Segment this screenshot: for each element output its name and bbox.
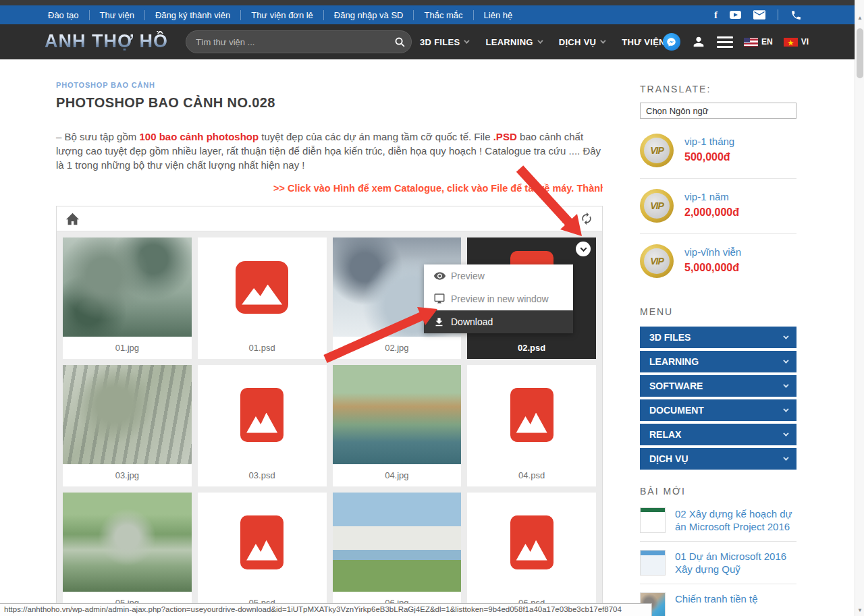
scrollbar-thumb[interactable] (857, 28, 863, 78)
topbar-item-lien-he[interactable]: Liên hệ (473, 10, 523, 20)
topbar-item-dang-ky[interactable]: Đăng ký thành viên (144, 10, 240, 20)
post-title[interactable]: 01 Dự án Microsoft 2016 Xây dựng Quỹ (675, 550, 796, 576)
file-thumbnail[interactable] (198, 493, 327, 592)
topbar-item-thu-vien[interactable]: Thư viện (89, 10, 144, 20)
search-input[interactable] (186, 37, 388, 47)
window-top-strip (0, 0, 864, 5)
scroll-down-arrow[interactable]: ▼ (855, 607, 864, 613)
nav-item-learning[interactable]: LEARNING (485, 37, 541, 47)
vertical-scrollbar[interactable]: ▲ ▼ (855, 0, 864, 616)
file-thumbnail[interactable] (467, 365, 596, 464)
nav-item-label: 3D FILES (420, 37, 460, 47)
file-name: 02.jpg (333, 337, 462, 359)
us-flag-icon (744, 38, 758, 47)
sidebar-item-software[interactable]: SOFTWARE (640, 375, 796, 397)
topbar-item-dao-tao[interactable]: Đào tạo (38, 10, 89, 20)
file-tile-06-psd[interactable]: 06.psd (467, 493, 596, 614)
nav-item-dich-vu[interactable]: DỊCH VỤ (559, 37, 605, 47)
post-item[interactable]: 01 Dự án Microsoft 2016 Xây dựng Quỹ (640, 550, 796, 584)
site-logo[interactable]: ANH THỢ HỒ (45, 31, 168, 52)
file-tile-04-jpg[interactable]: 04.jpg (333, 365, 462, 486)
vip-item-1-year[interactable]: VIP vip-1 năm 2,000,000đ (640, 189, 796, 234)
intro-highlight: 100 bao cảnh photoshop (139, 131, 259, 142)
file-tile-03-jpg[interactable]: 03.jpg (63, 365, 192, 486)
file-thumbnail[interactable] (333, 493, 462, 592)
file-thumbnail[interactable] (467, 493, 596, 592)
intro-paragraph: – Bộ sưu tập gồm 100 bao cảnh photoshop … (56, 130, 603, 172)
post-item[interactable]: Chiến tranh tiền tệ (640, 592, 796, 616)
home-icon[interactable] (65, 213, 80, 225)
file-tile-03-psd[interactable]: 03.psd (198, 365, 327, 486)
post-item[interactable]: 02 Xây dựng kế hoạch dự án Microsoft Pro… (640, 507, 796, 542)
language-select[interactable]: Chọn Ngôn ngữ (640, 103, 796, 119)
context-menu-preview[interactable]: Preview (424, 264, 573, 287)
context-menu-label: Preview in new window (451, 293, 549, 304)
topbar-item-thac-mac[interactable]: Thắc mắc (413, 10, 473, 20)
sidebar: TRANSLATE: Chọn Ngôn ngữ VIP vip-1 tháng… (640, 59, 796, 616)
navbar: ANH THỢ HỒ 3D FILES LEARNING DỊCH VỤ THƯ… (0, 24, 864, 59)
vip-item-lifetime[interactable]: VIP vip-vĩnh viễn 5,000,000đ (640, 244, 796, 289)
vip-coin-icon: VIP (640, 134, 674, 167)
eye-icon (433, 271, 451, 281)
hamburger-menu-icon[interactable] (717, 36, 733, 48)
search-icon[interactable] (388, 30, 411, 53)
nav-item-3d-files[interactable]: 3D FILES (420, 37, 468, 47)
file-thumbnail[interactable] (63, 493, 192, 592)
context-menu-preview-new-window[interactable]: Preview in new window (424, 287, 573, 310)
post-title[interactable]: Chiến tranh tiền tệ (675, 592, 758, 616)
language-en[interactable]: EN (744, 37, 773, 47)
sidebar-item-label: DOCUMENT (649, 405, 704, 416)
file-tile-01-jpg[interactable]: 01.jpg (63, 237, 192, 359)
post-title[interactable]: 02 Xây dựng kế hoạch dự án Microsoft Pro… (675, 507, 796, 533)
breadcrumb[interactable]: PHOTOSHOP BAO CẢNH (56, 81, 603, 89)
mail-icon[interactable] (753, 10, 765, 20)
file-name: 04.jpg (333, 464, 462, 486)
vip-coin-text: VIP (650, 145, 664, 156)
sidebar-item-document[interactable]: DOCUMENT (640, 399, 796, 421)
file-name: 03.jpg (63, 464, 192, 486)
context-menu-download[interactable]: Download (424, 310, 573, 333)
nav-item-label: DỊCH VỤ (559, 37, 597, 47)
scroll-up-arrow[interactable]: ▲ (855, 15, 864, 21)
file-tile-06-jpg[interactable]: 06.jpg (333, 493, 462, 614)
phone-icon[interactable] (790, 9, 802, 21)
file-options-chevron-button[interactable] (576, 242, 591, 256)
language-vi[interactable]: VI (784, 37, 809, 47)
sidebar-item-relax[interactable]: RELAX (640, 424, 796, 445)
file-thumbnail[interactable] (198, 365, 327, 464)
sidebar-item-dich-vu[interactable]: DỊCH VỤ (640, 448, 796, 470)
file-thumbnail[interactable] (63, 237, 192, 337)
vip-title[interactable]: vip-1 năm (684, 191, 739, 202)
vip-coin-icon: VIP (640, 189, 674, 223)
file-tile-01-psd[interactable]: 01.psd (198, 237, 327, 359)
chevron-down-icon (537, 38, 543, 43)
sidebar-item-3d-files[interactable]: 3D FILES (640, 327, 796, 348)
browser-viewport: Đào tạo Thư viện Đăng ký thành viên Thư … (0, 0, 864, 616)
psd-file-icon (240, 388, 284, 442)
facebook-icon[interactable]: f (714, 9, 718, 21)
user-icon[interactable] (691, 34, 706, 49)
vip-item-1-month[interactable]: VIP vip-1 tháng 500,000đ (640, 134, 796, 179)
file-tile-05-psd[interactable]: 05.psd (198, 493, 327, 614)
sidebar-item-learning[interactable]: LEARNING (640, 351, 796, 372)
file-tile-04-psd[interactable]: 04.psd (467, 365, 596, 486)
social-separator (778, 9, 778, 20)
vip-info: vip-vĩnh viễn 5,000,000đ (684, 244, 741, 274)
messenger-icon[interactable] (663, 33, 680, 51)
file-thumbnail[interactable] (333, 365, 462, 464)
vip-info: vip-1 tháng 500,000đ (684, 134, 734, 163)
file-thumbnail[interactable] (63, 365, 192, 464)
vip-title[interactable]: vip-1 tháng (684, 136, 734, 147)
vip-title[interactable]: vip-vĩnh viễn (684, 246, 741, 258)
nav-item-label: THƯ VIỆN (622, 37, 665, 47)
refresh-icon[interactable] (580, 212, 593, 225)
chevron-down-icon (783, 406, 788, 412)
settings-gear-icon[interactable]: ⚙ (560, 213, 571, 225)
file-tile-05-jpg[interactable]: 05.jpg (63, 493, 192, 614)
topbar-item-dang-nhap[interactable]: Đăng nhập và SD (323, 10, 414, 20)
youtube-icon[interactable] (730, 11, 741, 19)
file-thumbnail[interactable] (198, 237, 327, 337)
topbar: Đào tạo Thư viện Đăng ký thành viên Thư … (0, 5, 864, 24)
topbar-item-thu-vien-don-le[interactable]: Thư viện đơn lẻ (240, 10, 323, 20)
nav-item-label: LEARNING (485, 37, 533, 47)
